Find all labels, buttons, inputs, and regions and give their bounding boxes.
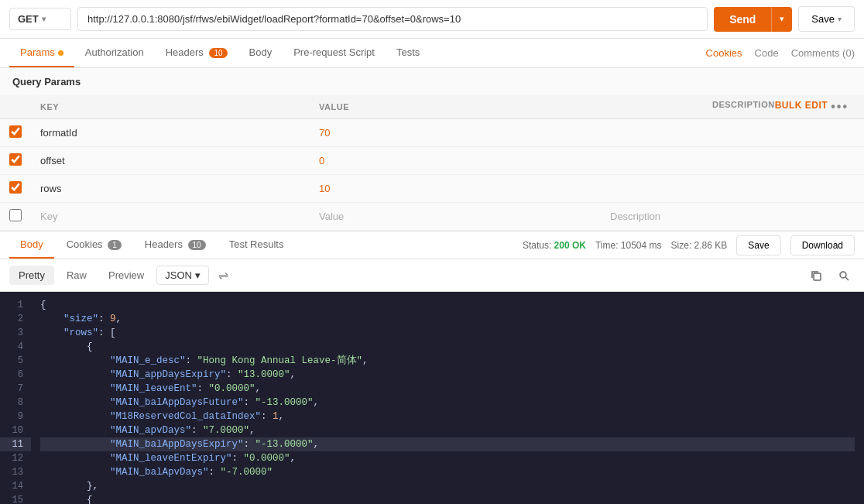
- send-btn-group: Send ▾: [714, 7, 792, 32]
- wrap-icon[interactable]: ⇌: [212, 264, 235, 286]
- col-desc: DESCRIPTION ••• Bulk Edit: [601, 95, 864, 119]
- tab-body[interactable]: Body: [238, 39, 283, 67]
- code-editor[interactable]: 123456 7891011 1213141516 171819 { "size…: [0, 292, 864, 504]
- status-value: 200 OK: [554, 240, 586, 251]
- key-offset: offset: [40, 155, 65, 166]
- tab-bar-right: Cookies Code Comments (0): [706, 47, 855, 59]
- params-dot: [58, 50, 63, 56]
- save-button[interactable]: Save ▾: [798, 6, 855, 32]
- col-value: VALUE: [310, 95, 601, 119]
- svg-point-1: [840, 272, 846, 278]
- tab-authorization[interactable]: Authorization: [74, 39, 155, 67]
- top-bar: GET ▾ Send ▾ Save ▾: [0, 0, 864, 39]
- col-key: KEY: [31, 95, 310, 119]
- download-button[interactable]: Download: [790, 235, 855, 255]
- table-row: formatId 70: [0, 119, 864, 147]
- time-label: Time: 10504 ms: [595, 240, 662, 251]
- json-format-label: JSON: [165, 269, 192, 281]
- save-chevron-icon: ▾: [838, 15, 842, 23]
- format-tab-preview[interactable]: Preview: [99, 266, 153, 285]
- table-row: offset 0: [0, 147, 864, 175]
- method-chevron-icon: ▾: [42, 15, 46, 23]
- empty-value: Value: [319, 211, 344, 222]
- response-save-button[interactable]: Save: [736, 235, 780, 255]
- format-tab-raw[interactable]: Raw: [57, 266, 96, 285]
- comments-link[interactable]: Comments (0): [791, 47, 855, 59]
- json-format-dropdown[interactable]: JSON ▾: [156, 266, 209, 285]
- code-link[interactable]: Code: [755, 47, 779, 59]
- tab-tests[interactable]: Tests: [386, 39, 430, 67]
- empty-key: Key: [40, 211, 57, 222]
- cookies-badge: 1: [108, 240, 122, 250]
- tab-headers[interactable]: Headers 10: [155, 39, 238, 67]
- code-content: { "size": 9, "rows": [ { "MAIN_e_desc": …: [31, 292, 864, 504]
- method-label: GET: [18, 13, 39, 25]
- headers-badge: 10: [188, 240, 206, 250]
- row-checkbox-empty[interactable]: [9, 209, 22, 221]
- result-tab-cookies[interactable]: Cookies 1: [56, 231, 132, 259]
- send-button[interactable]: Send: [714, 7, 771, 32]
- method-select[interactable]: GET ▾: [9, 8, 71, 30]
- empty-desc: Description: [610, 211, 660, 222]
- col-check: [0, 95, 31, 119]
- svg-rect-0: [814, 273, 821, 280]
- value-offset: 0: [319, 155, 324, 166]
- send-dropdown-button[interactable]: ▾: [771, 7, 792, 32]
- json-dropdown-chevron-icon: ▾: [195, 269, 201, 281]
- tab-params[interactable]: Params: [9, 39, 74, 67]
- copy-icon[interactable]: [805, 265, 827, 286]
- line-numbers: 123456 7891011 1213141516 171819: [0, 292, 31, 504]
- value-formatid: 70: [319, 127, 330, 139]
- bulk-edit-button[interactable]: Bulk Edit: [775, 100, 828, 111]
- row-checkbox-rows[interactable]: [9, 181, 22, 194]
- search-icon[interactable]: [833, 265, 855, 286]
- row-checkbox-formatid[interactable]: [9, 125, 22, 138]
- result-tab-bar: Body Cookies 1 Headers 10 Test Results S…: [0, 231, 864, 259]
- result-bar-right: Status: 200 OK Time: 10504 ms Size: 2.86…: [523, 235, 855, 255]
- query-params-title: Query Params: [0, 68, 864, 95]
- format-tab-pretty[interactable]: Pretty: [9, 266, 54, 285]
- key-formatid: formatId: [40, 127, 77, 139]
- more-options-icon[interactable]: •••: [831, 100, 849, 114]
- result-tab-body[interactable]: Body: [9, 231, 54, 259]
- table-row-empty: Key Value Description: [0, 203, 864, 231]
- cookies-link[interactable]: Cookies: [706, 47, 742, 59]
- result-tab-headers[interactable]: Headers 10: [134, 231, 217, 259]
- value-rows: 10: [319, 183, 330, 194]
- result-tab-test-results[interactable]: Test Results: [218, 231, 295, 259]
- key-rows: rows: [40, 183, 61, 194]
- url-input[interactable]: [77, 7, 708, 31]
- row-checkbox-offset[interactable]: [9, 153, 22, 166]
- table-row: rows 10: [0, 175, 864, 203]
- svg-line-2: [845, 277, 849, 280]
- format-bar: Pretty Raw Preview JSON ▾ ⇌: [0, 259, 864, 292]
- size-label: Size: 2.86 KB: [671, 240, 728, 251]
- format-bar-right: [805, 265, 855, 286]
- request-tab-bar: Params Authorization Headers 10 Body Pre…: [0, 39, 864, 68]
- tab-prerequest[interactable]: Pre-request Script: [283, 39, 386, 67]
- size-value: 2.86 KB: [694, 240, 728, 251]
- time-value: 10504 ms: [621, 240, 662, 251]
- status-label: Status: 200 OK: [523, 240, 586, 251]
- params-table: KEY VALUE DESCRIPTION ••• Bulk Edit form…: [0, 95, 864, 231]
